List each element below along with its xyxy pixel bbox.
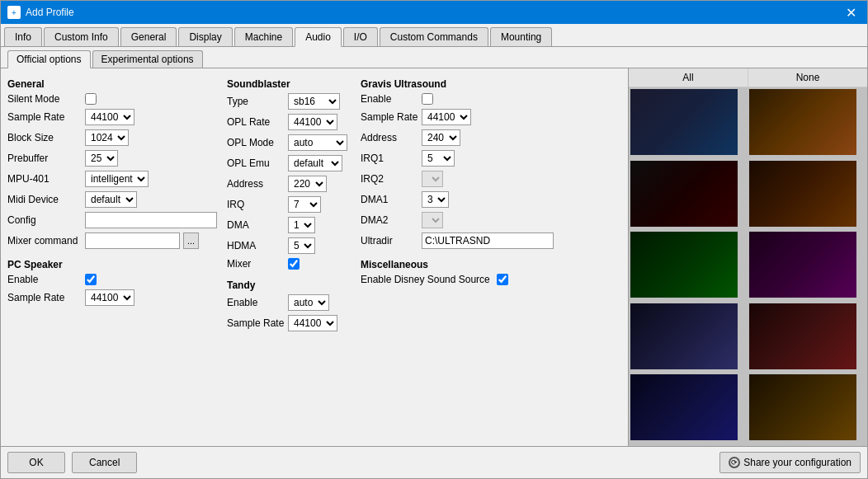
soundblaster-column: Soundblaster Type sb16sb1sb2sbpro1sbpro2…	[227, 75, 351, 336]
gravis-dma2-select[interactable]	[422, 212, 443, 228]
sb-mixer-label: Mixer	[227, 258, 285, 270]
sb-dma-select[interactable]: 103567	[288, 217, 315, 233]
opl-mode-select[interactable]: autocmsopl2dualopl2opl3none	[288, 134, 347, 151]
pc-speaker-section-title: PC Speaker	[7, 259, 217, 270]
close-button[interactable]: ✕	[841, 2, 861, 22]
gravis-irq2-label: IRQ2	[361, 173, 418, 185]
silent-mode-checkbox[interactable]	[85, 93, 97, 105]
tab-io[interactable]: I/O	[343, 27, 378, 46]
mpu401-label: MPU-401	[7, 173, 82, 185]
thumbnail-1[interactable]	[630, 89, 738, 155]
opl-emu-label: OPL Emu	[227, 157, 285, 169]
gravis-ultradir-label: Ultradir	[361, 235, 418, 247]
title-bar: + Add Profile ✕	[1, 1, 867, 24]
gravis-sample-rate-label: Sample Rate	[361, 111, 418, 123]
sb-mixer-checkbox[interactable]	[288, 258, 300, 270]
config-input[interactable]	[85, 212, 217, 228]
midi-device-select[interactable]: default	[85, 191, 137, 208]
share-configuration-button[interactable]: ⟳ Share your configuration	[719, 452, 861, 473]
sample-rate-label: Sample Rate	[7, 111, 82, 123]
prebuffer-select[interactable]: 2520105	[85, 150, 118, 167]
sb-dma-label: DMA	[227, 219, 285, 231]
misc-section-title: Miscellaneous	[361, 259, 554, 270]
config-label: Config	[7, 214, 82, 226]
opl-emu-select[interactable]: defaultcompatfast	[288, 155, 342, 171]
tab-custom-commands[interactable]: Custom Commands	[380, 27, 488, 46]
general-section-title: General	[7, 78, 217, 90]
subtab-experimental[interactable]: Experimental options	[92, 50, 203, 68]
gravis-irq1-label: IRQ1	[361, 153, 418, 164]
sb-irq-select[interactable]: 75391011	[288, 196, 321, 213]
right-panel-buttons: All None	[629, 68, 867, 87]
tab-display[interactable]: Display	[178, 27, 232, 46]
ok-button[interactable]: OK	[7, 452, 65, 473]
pc-speaker-sample-rate-select[interactable]: 441002205011025	[85, 289, 134, 306]
cancel-button[interactable]: Cancel	[72, 452, 137, 473]
thumbnail-9[interactable]	[630, 374, 738, 440]
thumbnail-5[interactable]	[630, 232, 738, 298]
thumbnails-container	[629, 87, 867, 446]
thumbnail-10[interactable]	[749, 374, 856, 440]
left-panel: General Silent Mode Sample Rate 44100220…	[1, 68, 628, 446]
gravis-irq2-select[interactable]	[422, 171, 443, 187]
disney-label: Enable Disney Sound Source	[361, 274, 490, 285]
opl-rate-select[interactable]: 441002205011025	[288, 114, 337, 130]
pc-speaker-enable-label: Enable	[7, 274, 82, 285]
gravis-address-label: Address	[361, 132, 418, 143]
tandy-sample-rate-select[interactable]: 441002205011025	[288, 315, 337, 331]
opl-mode-label: OPL Mode	[227, 137, 285, 148]
subtab-official[interactable]: Official options	[7, 50, 91, 68]
opl-rate-label: OPL Rate	[227, 116, 285, 128]
main-window: + Add Profile ✕ Info Custom Info General…	[0, 0, 868, 479]
tab-general[interactable]: General	[120, 27, 177, 46]
tandy-enable-select[interactable]: autoonoff	[288, 294, 329, 311]
pc-speaker-enable-checkbox[interactable]	[85, 274, 97, 285]
mixer-command-label: Mixer command	[7, 235, 82, 247]
none-button[interactable]: None	[748, 68, 867, 87]
gravis-dma1-select[interactable]: 31567	[422, 191, 449, 208]
gravis-enable-label: Enable	[361, 93, 418, 105]
tab-mounting[interactable]: Mounting	[490, 27, 552, 46]
silent-mode-label: Silent Mode	[7, 93, 82, 105]
mpu401-select[interactable]: intelligentuartnone	[85, 171, 149, 187]
sb-irq-label: IRQ	[227, 199, 285, 210]
tandy-enable-label: Enable	[227, 297, 285, 308]
disney-checkbox[interactable]	[497, 274, 508, 285]
subtabs-row: Official options Experimental options	[1, 47, 867, 68]
sample-rate-select[interactable]: 4410022050110258000	[85, 109, 134, 125]
tab-info[interactable]: Info	[4, 27, 42, 46]
mixer-command-input[interactable]	[85, 232, 180, 249]
thumbnail-2[interactable]	[749, 89, 856, 155]
gravis-section-title: Gravis Ultrasound	[361, 78, 554, 90]
general-column: General Silent Mode Sample Rate 44100220…	[7, 75, 217, 336]
thumbnail-6[interactable]	[749, 232, 856, 298]
tandy-section-title: Tandy	[227, 279, 351, 291]
gravis-irq1-select[interactable]: 537911	[422, 150, 455, 167]
mixer-command-browse-button[interactable]: ...	[183, 232, 199, 249]
thumbnail-7[interactable]	[630, 303, 738, 369]
all-button[interactable]: All	[629, 68, 748, 87]
sb-address-label: Address	[227, 178, 285, 190]
gravis-sample-rate-select[interactable]: 441002205011025	[422, 109, 471, 125]
gravis-ultradir-input[interactable]	[422, 232, 554, 249]
thumbnail-3[interactable]	[630, 161, 738, 227]
tab-machine[interactable]: Machine	[234, 27, 293, 46]
soundblaster-section-title: Soundblaster	[227, 78, 351, 90]
gravis-enable-checkbox[interactable]	[422, 93, 433, 105]
thumbnail-8[interactable]	[749, 303, 856, 369]
tab-audio[interactable]: Audio	[295, 27, 342, 47]
pc-speaker-sample-rate-label: Sample Rate	[7, 292, 82, 303]
block-size-select[interactable]: 1024512256128	[85, 129, 129, 146]
gravis-dma2-label: DMA2	[361, 214, 418, 226]
gravis-address-select[interactable]: 240220260	[422, 129, 460, 146]
sb-hdma-select[interactable]: 567	[288, 237, 315, 254]
gravis-dma1-label: DMA1	[361, 194, 418, 205]
tandy-sample-rate-label: Sample Rate	[227, 317, 285, 329]
sb-address-select[interactable]: 220240260280	[288, 176, 327, 192]
sb-type-select[interactable]: sb16sb1sb2sbpro1sbpro2none	[288, 93, 340, 110]
share-label: Share your configuration	[743, 457, 851, 468]
tab-custom-info[interactable]: Custom Info	[44, 27, 119, 46]
tabs-row: Info Custom Info General Display Machine…	[1, 24, 867, 47]
thumbnail-4[interactable]	[749, 161, 856, 227]
window-icon: +	[7, 6, 21, 19]
